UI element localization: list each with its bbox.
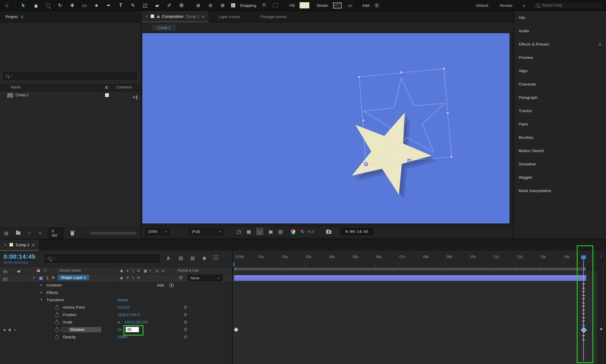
handle-bottom-left[interactable] xyxy=(365,163,368,166)
comp-marker-icon[interactable]: ▪ xyxy=(600,254,602,258)
handle-bottom-center[interactable] xyxy=(408,159,411,162)
constrain-proportions-icon[interactable]: ∞ xyxy=(117,320,120,324)
layer-expand-chevron-icon[interactable]: ▾ xyxy=(33,276,35,280)
search-options-icon[interactable]: ▾ xyxy=(11,74,12,77)
snapping-checkbox[interactable]: ✓ xyxy=(231,3,236,8)
column-parent-link[interactable]: Parent & Link xyxy=(178,268,199,273)
panel-menu-icon[interactable]: ≡ xyxy=(21,14,23,19)
parent-pickwhip-icon[interactable]: @ xyxy=(179,275,183,280)
motion-blur-icon[interactable]: ◉ xyxy=(202,255,206,261)
stroke-label[interactable]: Stroke: xyxy=(317,3,329,8)
layer-fx-switch[interactable]: fx xyxy=(137,276,140,279)
graph-icon[interactable]: ≈ xyxy=(61,328,66,332)
property-label[interactable]: Scale xyxy=(63,320,72,324)
label-color-swatch[interactable] xyxy=(105,93,109,97)
panel-tab-paragraph[interactable]: Paragraph xyxy=(514,91,606,104)
expand-chevron-icon[interactable]: ▸ xyxy=(41,290,42,294)
axis-mode-local-icon[interactable]: ⊕ xyxy=(194,1,202,9)
next-keyframe-icon[interactable]: ▶ xyxy=(14,328,17,332)
property-row-opacity[interactable]: Opacity 100% @ xyxy=(0,334,232,341)
current-time-indicator-line[interactable] xyxy=(583,261,584,361)
project-item-name[interactable]: Comp 1 xyxy=(15,93,29,97)
help-search-box[interactable] xyxy=(533,2,603,9)
property-label[interactable]: Opacity xyxy=(63,335,76,339)
layer-shy-switch[interactable]: ◉ xyxy=(120,276,123,280)
reset-exposure-icon[interactable]: ↻ xyxy=(301,229,304,234)
tab-footage[interactable]: Footage (none) xyxy=(250,11,297,22)
work-area-start-handle[interactable] xyxy=(234,268,236,270)
axis-mode-world-icon[interactable]: ⊘ xyxy=(207,1,214,9)
stopwatch-icon[interactable] xyxy=(55,306,59,310)
hide-shy-icon[interactable]: ▤ xyxy=(179,255,183,261)
fill-color-swatch[interactable] xyxy=(300,2,309,8)
stopwatch-icon-active[interactable] xyxy=(55,328,59,332)
panel-tab-preview[interactable]: Preview xyxy=(514,51,606,64)
snapshot-camera-icon[interactable] xyxy=(326,230,331,234)
label-column-icon[interactable]: ◧ xyxy=(105,85,108,89)
switch-collapse-icon[interactable]: ☀ xyxy=(126,269,129,273)
timeline-search-box[interactable]: ▾ xyxy=(45,255,160,262)
bit-depth-button[interactable]: 8 bpc xyxy=(49,228,63,238)
new-folder-icon[interactable] xyxy=(16,231,20,235)
workspace-review[interactable]: Review xyxy=(500,3,512,8)
panel-menu-icon[interactable]: ≡ xyxy=(202,14,204,19)
pickwhip-icon[interactable]: @ xyxy=(183,334,187,339)
star-shape-tool-icon[interactable]: ★ xyxy=(93,1,100,9)
puppet-tool-icon[interactable]: ✠ xyxy=(178,1,185,9)
rotation-revolutions[interactable]: 2x xyxy=(117,327,122,332)
pan-behind-tool-icon[interactable]: ✚ xyxy=(68,1,76,9)
solo-column-icon[interactable]: ○ xyxy=(20,268,22,272)
column-number[interactable]: # xyxy=(44,268,46,273)
composition-viewer[interactable] xyxy=(142,33,510,223)
property-label[interactable]: Position xyxy=(63,313,76,317)
panel-tab-paint[interactable]: Paint xyxy=(514,117,606,131)
timeline-ruler[interactable]: 0:00s 01s 02s 03s 04s 05s 06s 07s 08s 09… xyxy=(233,251,598,267)
graph-editor-icon[interactable]: ≈ xyxy=(214,255,218,260)
zoom-tool-icon[interactable] xyxy=(44,1,52,9)
pickwhip-icon[interactable]: @ xyxy=(183,312,187,317)
switch-shy-icon[interactable]: ◉ xyxy=(120,269,123,273)
eraser-tool-icon[interactable]: ▰ xyxy=(153,1,161,9)
property-label[interactable]: Anchor Point xyxy=(63,305,85,310)
pickwhip-icon[interactable]: @ xyxy=(183,327,187,331)
tab-composition[interactable]: × Composition Comp 1 ≡ xyxy=(141,11,208,22)
handle-top-left[interactable] xyxy=(358,75,361,78)
timeline-search-input[interactable] xyxy=(57,256,157,261)
close-icon[interactable]: × xyxy=(146,14,148,19)
color-management-icon[interactable] xyxy=(291,229,295,234)
layer-color-chip[interactable] xyxy=(39,276,43,280)
panel-tab-brushes[interactable]: Brushes xyxy=(514,131,606,144)
pickwhip-icon[interactable]: @ xyxy=(183,305,187,309)
stroke-width-label[interactable]: - px xyxy=(346,3,352,8)
selection-tool-icon[interactable] xyxy=(20,1,28,9)
stopwatch-icon[interactable] xyxy=(55,313,59,317)
guides-icon[interactable]: ▣ xyxy=(268,229,273,234)
column-comment[interactable]: Comment xyxy=(116,85,131,89)
workspace-default[interactable]: Default xyxy=(476,3,488,8)
parent-dropdown[interactable]: None ▾ xyxy=(188,275,223,281)
panel-tab-motion-sketch[interactable]: Motion Sketch xyxy=(514,144,606,157)
pen-tool-icon[interactable]: ✒ xyxy=(105,1,112,9)
panel-tab-align[interactable]: Align xyxy=(514,64,606,78)
brush-tool-icon[interactable]: ✎ xyxy=(129,1,137,9)
property-row-position[interactable]: Position 1140,0,702,0 @ xyxy=(0,311,232,319)
workspace-overflow-icon[interactable]: » xyxy=(523,3,525,8)
collapse-chevron-icon[interactable]: ▾ xyxy=(41,298,42,302)
layer-name[interactable]: Shape Layer 1 xyxy=(58,275,89,280)
region-of-interest-icon[interactable]: ◱ xyxy=(256,228,263,235)
rotation-value-input[interactable] xyxy=(125,327,139,332)
keyframe-start[interactable] xyxy=(234,327,239,332)
mini-flowchart-icon[interactable]: ⋔ xyxy=(166,255,170,261)
stopwatch-icon[interactable] xyxy=(55,336,59,339)
frame-blend-icon[interactable]: ▥ xyxy=(191,255,195,261)
add-menu-icon[interactable] xyxy=(375,3,379,8)
horizontal-scrollbar[interactable] xyxy=(90,232,137,235)
reset-link[interactable]: Reset xyxy=(117,298,128,302)
roto-brush-tool-icon[interactable]: ✐ xyxy=(165,1,173,9)
project-item-row[interactable]: Comp 1 xyxy=(0,91,141,99)
eye-column-icon[interactable] xyxy=(3,270,8,273)
rotation-tool-icon[interactable]: ↻ xyxy=(56,1,64,9)
exposure-offset-value[interactable]: +0,0 xyxy=(307,230,314,234)
shape-tool-icon[interactable]: ▭ xyxy=(80,1,88,9)
type-tool-icon[interactable]: T xyxy=(117,1,125,9)
